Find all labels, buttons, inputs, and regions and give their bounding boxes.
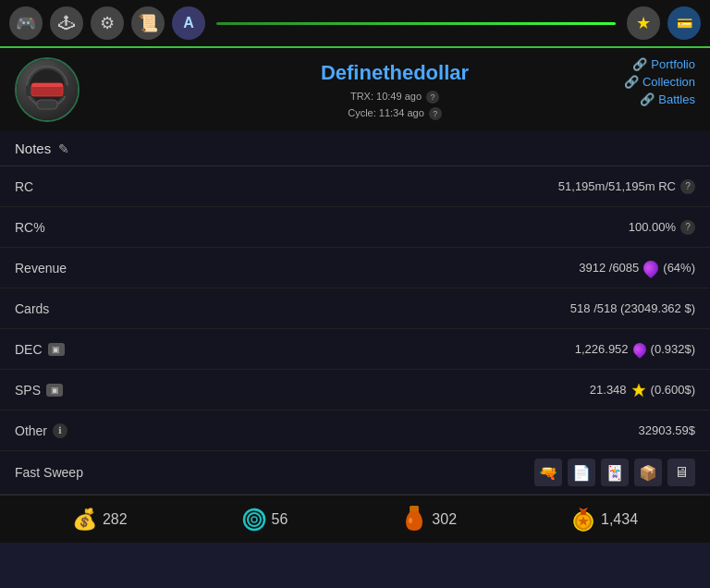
rc-percent-info-icon[interactable]: ? — [680, 220, 695, 235]
revenue-value: 3912 /6085 (64%) — [579, 261, 695, 276]
bag-icon: 💰 — [72, 508, 97, 532]
battles-link-icon: 🔗 — [640, 92, 655, 106]
nav-right-icons: ★ 💳 — [627, 6, 701, 40]
potion-icon — [402, 506, 426, 533]
portfolio-link-icon: 🔗 — [632, 57, 647, 71]
other-row: Other ℹ 32903.59$ — [0, 410, 710, 451]
svg-point-13 — [409, 518, 412, 523]
sps-star-icon — [631, 383, 646, 398]
star-icon[interactable]: ★ — [627, 6, 660, 40]
sps-value: 21.348 (0.600$) — [590, 383, 695, 398]
svg-marker-19 — [579, 508, 588, 510]
avatar-image — [17, 59, 78, 120]
svg-rect-3 — [31, 83, 63, 87]
notes-row: Notes ✎ — [0, 131, 710, 166]
rc-row: RC 51,195m/51,195m RC ? — [0, 166, 710, 207]
sweep-icon-1[interactable]: 🔫 — [534, 459, 562, 486]
rc-percent-row: RC% 100.00% ? — [0, 207, 710, 248]
bottom-bar: 💰 282 56 302 1,434 — [0, 495, 710, 543]
revenue-label: Revenue — [15, 261, 67, 276]
svg-rect-18 — [581, 510, 586, 515]
gamepad-icon[interactable]: 🕹 — [50, 6, 83, 40]
svg-rect-4 — [37, 100, 57, 109]
dec-value: 1,226.952 (0.932$) — [575, 342, 695, 356]
cards-label: Cards — [15, 301, 49, 316]
fast-sweep-row: Fast Sweep 🔫 📄 🃏 📦 🖥 — [0, 451, 710, 495]
spiral-value: 56 — [272, 511, 288, 528]
sweep-icon-5[interactable]: 🖥 — [667, 459, 695, 486]
fast-sweep-label: Fast Sweep — [15, 465, 83, 480]
cycle-info-icon[interactable]: ? — [429, 107, 442, 120]
sweep-icons-group: 🔫 📄 🃏 📦 🖥 — [534, 459, 695, 486]
dec-gem-icon — [630, 340, 649, 359]
notes-label: Notes — [15, 141, 51, 156]
svg-point-10 — [248, 513, 261, 526]
rc-percent-value: 100.00% ? — [629, 220, 695, 235]
medal-icon — [571, 508, 595, 532]
spiral-icon — [242, 508, 266, 532]
dec-label: DEC ▣ — [15, 342, 65, 357]
other-value: 32903.59$ — [639, 423, 695, 437]
svg-rect-14 — [410, 506, 419, 508]
sps-label: SPS ▣ — [15, 383, 63, 398]
portfolio-link[interactable]: 🔗 Portfolio — [624, 57, 695, 71]
avatar — [15, 57, 80, 122]
svg-marker-8 — [632, 384, 645, 397]
revenue-gem-icon — [641, 257, 662, 278]
rc-percent-label: RC% — [15, 220, 45, 235]
svg-point-11 — [251, 517, 257, 522]
cards-row: Cards 518 /518 (23049.362 $) — [0, 288, 710, 329]
dec-row: DEC ▣ 1,226.952 (0.932$) — [0, 329, 710, 370]
dec-wallet-icon[interactable]: ▣ — [48, 343, 65, 356]
svg-rect-5 — [26, 85, 31, 96]
bottom-spiral-item: 56 — [242, 508, 288, 532]
collection-link[interactable]: 🔗 Collection — [624, 75, 695, 89]
profile-section: Definethedollar TRX: 10:49 ago ? Cycle: … — [0, 48, 710, 131]
profile-name: Definethedollar — [94, 61, 695, 85]
top-navigation: 🎮 🕹 ⚙ 📜 A ★ 💳 — [0, 0, 710, 48]
cards-value: 518 /518 (23049.362 $) — [570, 301, 695, 315]
profile-cycle: Cycle: 11:34 ago ? — [94, 105, 695, 122]
sweep-icon-2[interactable]: 📄 — [568, 459, 595, 486]
main-content: Notes ✎ RC 51,195m/51,195m RC ? RC% 100.… — [0, 131, 710, 495]
sweep-icon-4[interactable]: 📦 — [634, 459, 662, 486]
profile-info: Definethedollar TRX: 10:49 ago ? Cycle: … — [94, 57, 695, 121]
profile-trx: TRX: 10:49 ago ? — [94, 89, 695, 105]
profile-links: 🔗 Portfolio 🔗 Collection 🔗 Battles — [624, 57, 695, 106]
scroll-icon[interactable]: 📜 — [131, 6, 165, 40]
settings-icon[interactable]: ⚙ — [91, 6, 124, 40]
potion-value: 302 — [432, 511, 457, 528]
sweep-icon-3[interactable]: 🃏 — [601, 459, 629, 486]
bag-value: 282 — [103, 511, 128, 528]
medal-value: 1,434 — [601, 511, 638, 528]
game-icon[interactable]: 🎮 — [9, 6, 43, 40]
nav-left-icons: 🎮 🕹 ⚙ 📜 A — [9, 6, 205, 40]
user-icon[interactable]: A — [172, 6, 205, 40]
rc-label: RC — [15, 179, 33, 194]
notes-edit-icon[interactable]: ✎ — [58, 141, 69, 156]
bottom-medal-item: 1,434 — [571, 508, 638, 532]
helmet-svg — [24, 65, 70, 116]
bottom-potion-item: 302 — [402, 506, 457, 533]
other-info-icon[interactable]: ℹ — [53, 423, 67, 438]
rc-info-icon[interactable]: ? — [680, 179, 695, 194]
sps-wallet-icon[interactable]: ▣ — [46, 384, 63, 397]
bottom-bag-item: 💰 282 — [72, 508, 128, 532]
other-label: Other ℹ — [15, 423, 67, 438]
progress-bar — [216, 22, 616, 25]
transfer-icon[interactable]: 💳 — [667, 6, 701, 40]
rc-value: 51,195m/51,195m RC ? — [558, 179, 695, 194]
trx-info-icon[interactable]: ? — [426, 91, 439, 104]
revenue-row: Revenue 3912 /6085 (64%) — [0, 248, 710, 288]
collection-link-icon: 🔗 — [624, 75, 639, 89]
sps-row: SPS ▣ 21.348 (0.600$) — [0, 370, 710, 410]
svg-rect-6 — [63, 85, 68, 96]
battles-link[interactable]: 🔗 Battles — [624, 92, 695, 106]
